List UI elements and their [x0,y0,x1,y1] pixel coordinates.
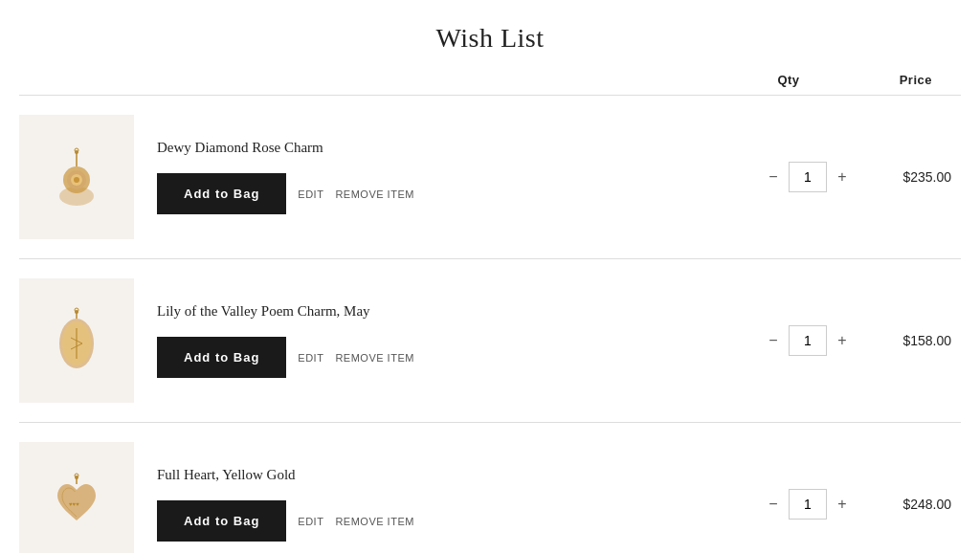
qty-input-3[interactable] [789,489,827,520]
item-details-2: Lily of the Valley Poem Charm, May Add t… [157,303,750,378]
item-image-3: ♥♥♥ [19,442,134,553]
qty-control-3: − + [750,489,865,520]
item-thumbnail-2 [48,307,105,374]
item-actions-1: Add to Bag EDIT REMOVE ITEM [157,173,750,214]
qty-column-header: Qty [731,73,846,87]
qty-control-1: − + [750,162,865,192]
edit-link-3[interactable]: EDIT [298,516,323,527]
qty-increase-1[interactable]: + [833,169,852,185]
add-to-bag-button-2[interactable]: Add to Bag [157,337,286,378]
price-column-header: Price [846,73,942,87]
qty-decrease-3[interactable]: − [764,497,783,512]
item-price-2: $158.00 [865,333,961,348]
item-details-1: Dewy Diamond Rose Charm Add to Bag EDIT … [157,140,750,214]
item-image-1 [19,115,134,239]
item-row: Lily of the Valley Poem Charm, May Add t… [19,259,961,423]
item-actions-2: Add to Bag EDIT REMOVE ITEM [157,337,750,378]
qty-input-1[interactable] [789,162,827,192]
item-thumbnail-3: ♥♥♥ [48,471,105,538]
item-name-2: Lily of the Valley Poem Charm, May [157,303,750,320]
page-title: Wish List [19,0,961,73]
qty-input-2[interactable] [789,325,827,356]
item-name-3: Full Heart, Yellow Gold [157,467,750,483]
svg-text:♥♥♥: ♥♥♥ [69,501,79,507]
qty-control-2: − + [750,325,865,356]
item-thumbnail-1 [48,144,105,210]
edit-link-2[interactable]: EDIT [298,352,323,364]
remove-link-2[interactable]: REMOVE ITEM [335,352,414,364]
item-price-3: $248.00 [865,497,961,512]
item-actions-3: Add to Bag EDIT REMOVE ITEM [157,500,750,542]
qty-decrease-1[interactable]: − [764,169,783,185]
svg-point-4 [74,177,79,183]
item-row: ♥♥♥ Full Heart, Yellow Gold Add to Bag E… [19,423,961,553]
edit-link-1[interactable]: EDIT [298,188,323,200]
qty-increase-3[interactable]: + [833,497,852,512]
qty-decrease-2[interactable]: − [764,333,783,348]
item-price-1: $235.00 [865,169,961,185]
remove-link-3[interactable]: REMOVE ITEM [335,516,414,527]
item-details-3: Full Heart, Yellow Gold Add to Bag EDIT … [157,467,750,542]
item-name-1: Dewy Diamond Rose Charm [157,140,750,156]
add-to-bag-button-1[interactable]: Add to Bag [157,173,286,214]
item-row: Dewy Diamond Rose Charm Add to Bag EDIT … [19,96,961,259]
column-headers: Qty Price [19,73,961,96]
remove-link-1[interactable]: REMOVE ITEM [335,188,414,200]
item-image-2 [19,278,134,403]
add-to-bag-button-3[interactable]: Add to Bag [157,500,286,542]
qty-increase-2[interactable]: + [833,333,852,348]
